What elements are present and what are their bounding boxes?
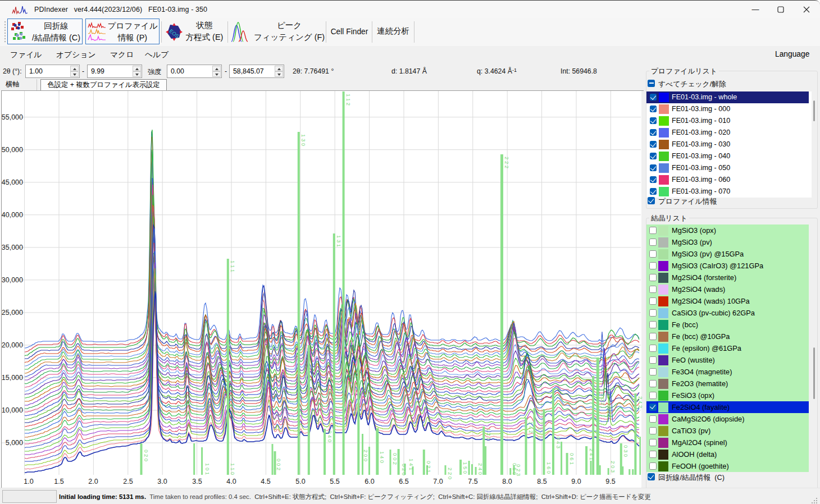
svg-text:2 4 1: 2 4 1 bbox=[589, 448, 595, 460]
svg-text:2 2 0: 2 2 0 bbox=[447, 468, 453, 479]
svg-text:35,000: 35,000 bbox=[2, 244, 23, 251]
svg-text:6.5: 6.5 bbox=[399, 478, 408, 485]
svg-text:1 0 1: 1 0 1 bbox=[204, 463, 211, 475]
svg-text:3 0 2: 3 0 2 bbox=[600, 393, 606, 405]
svg-text:1 2 1: 1 2 1 bbox=[486, 428, 492, 440]
svg-text:1.0: 1.0 bbox=[24, 478, 33, 485]
svg-text:1 4 0: 1 4 0 bbox=[379, 451, 385, 463]
svg-text:20,000: 20,000 bbox=[2, 341, 23, 349]
svg-text:0 2 3: 0 2 3 bbox=[516, 464, 522, 476]
svg-text:0 0 2: 0 0 2 bbox=[392, 453, 398, 465]
svg-text:15,000: 15,000 bbox=[2, 374, 23, 382]
svg-text:3 1 0: 3 1 0 bbox=[536, 427, 543, 439]
svg-text:1.5: 1.5 bbox=[54, 478, 63, 485]
svg-text:30,000: 30,000 bbox=[2, 276, 23, 284]
svg-text:50,000: 50,000 bbox=[2, 146, 23, 154]
svg-text:7.0: 7.0 bbox=[433, 478, 443, 485]
svg-text:7.5: 7.5 bbox=[468, 478, 477, 485]
svg-text:0 4 3: 0 4 3 bbox=[555, 437, 562, 448]
svg-text:9.0: 9.0 bbox=[571, 478, 581, 485]
svg-text:25,000: 25,000 bbox=[2, 309, 23, 317]
svg-text:0 3 0: 0 3 0 bbox=[623, 445, 629, 457]
svg-text:5.0: 5.0 bbox=[295, 478, 305, 485]
svg-text:40,000: 40,000 bbox=[2, 211, 23, 219]
svg-text:2.5: 2.5 bbox=[123, 478, 133, 485]
svg-text:3.5: 3.5 bbox=[192, 478, 202, 485]
svg-text:9.5: 9.5 bbox=[605, 478, 615, 485]
svg-text:1 1 2: 1 1 2 bbox=[345, 94, 352, 106]
svg-text:4.5: 4.5 bbox=[261, 478, 270, 485]
svg-text:5,000: 5,000 bbox=[6, 439, 23, 447]
svg-text:2.0: 2.0 bbox=[88, 478, 98, 485]
svg-text:1 4 2: 1 4 2 bbox=[528, 421, 534, 433]
svg-text:0 6 1: 0 6 1 bbox=[569, 453, 575, 465]
svg-text:1 6 0: 1 6 0 bbox=[546, 462, 552, 474]
svg-text:2 4 2: 2 4 2 bbox=[637, 396, 644, 408]
svg-text:1 1 0: 1 1 0 bbox=[230, 463, 236, 475]
svg-text:8.0: 8.0 bbox=[502, 478, 512, 485]
svg-text:1 3 1: 1 3 1 bbox=[336, 235, 342, 247]
svg-text:45,000: 45,000 bbox=[2, 178, 23, 186]
svg-text:6.0: 6.0 bbox=[365, 478, 374, 485]
svg-text:0 0 2: 0 0 2 bbox=[276, 459, 282, 470]
svg-text:1 3 0: 1 3 0 bbox=[300, 134, 307, 146]
svg-text:0 2 0: 0 2 0 bbox=[401, 464, 407, 475]
svg-text:0 2 0: 0 2 0 bbox=[143, 450, 149, 461]
svg-text:3.0: 3.0 bbox=[157, 478, 167, 485]
svg-text:0 2 1: 0 2 1 bbox=[426, 461, 432, 473]
svg-text:2 4 0: 2 4 0 bbox=[477, 463, 484, 475]
svg-text:4.0: 4.0 bbox=[226, 478, 236, 485]
svg-text:1 5 0: 1 5 0 bbox=[462, 462, 468, 474]
svg-text:10,000: 10,000 bbox=[2, 406, 23, 414]
svg-text:2 2 2: 2 2 2 bbox=[504, 157, 510, 168]
svg-text:5.5: 5.5 bbox=[330, 478, 339, 485]
svg-text:8.5: 8.5 bbox=[537, 478, 546, 485]
svg-text:0 4 0: 0 4 0 bbox=[327, 430, 333, 442]
svg-text:1 4 1: 1 4 1 bbox=[408, 459, 414, 470]
svg-text:55,000: 55,000 bbox=[2, 113, 23, 121]
svg-text:1 1 1: 1 1 1 bbox=[230, 260, 236, 272]
svg-text:2 0 3: 2 0 3 bbox=[610, 461, 616, 473]
svg-text:2 0 0: 2 0 0 bbox=[363, 450, 369, 461]
